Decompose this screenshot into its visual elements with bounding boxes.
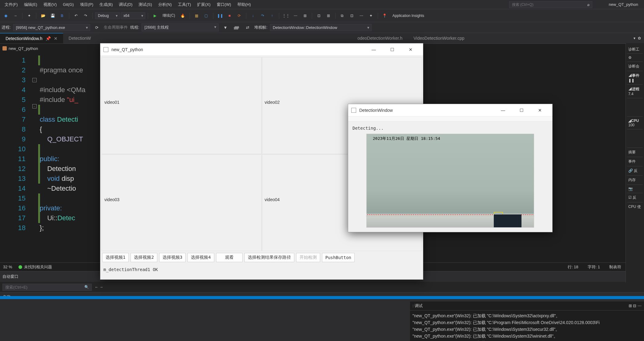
auto-search-input[interactable] [5, 285, 84, 290]
select-video-2-button[interactable]: 选择视频2 [131, 253, 157, 262]
open-file-icon[interactable]: 📂 [39, 11, 47, 20]
maximize-button[interactable]: ☐ [512, 104, 531, 116]
misc-icon-7[interactable]: ⋯ [357, 11, 366, 20]
pause-icon[interactable]: ❚❚ [216, 11, 224, 20]
close-icon[interactable]: ✕ [54, 36, 58, 41]
process-combo[interactable]: [9956] new_QT_python.exe [13, 24, 90, 31]
column-indicator[interactable]: 字符: 1 [588, 264, 600, 270]
start-detection-button[interactable]: 开始检测 [296, 253, 320, 262]
menu-view[interactable]: 视图(V) [40, 1, 60, 9]
menu-extensions[interactable]: 扩展(X) [194, 1, 213, 9]
menu-window[interactable]: 窗口(W) [214, 1, 234, 9]
tab-detectionw[interactable]: DetectionW [63, 33, 96, 43]
tab-settings-icon[interactable]: ✿ [638, 36, 641, 40]
tab-videodetectionworker-h[interactable]: odeoDetectionWorker.h [352, 33, 408, 43]
stackframe-combo[interactable]: DetectionWindow::DetectionWindow [270, 24, 372, 31]
thread-combo[interactable]: [2668] 主线程 [142, 23, 219, 31]
minimize-button[interactable]: — [494, 104, 512, 116]
tab-detectionwindow-h[interactable]: DetectionWindow.h 📌 ✕ [0, 33, 63, 43]
fold-toggle[interactable]: − [32, 78, 37, 82]
menu-git[interactable]: Git(G) [60, 1, 77, 8]
select-result-path-button[interactable]: 选择检测结果保存路径 [244, 253, 294, 262]
nav-back-icon[interactable]: ◉ [2, 11, 10, 20]
pin-icon[interactable]: 📌 [46, 36, 51, 41]
filter-icon[interactable]: ▼ [221, 23, 230, 32]
menu-test[interactable]: 测试(S) [135, 1, 155, 9]
output-tool-icon[interactable]: ⊞ ⊟ ⋯ [629, 303, 642, 308]
config-combo[interactable]: Debug [95, 12, 120, 19]
diag-events[interactable]: ◢事件 [628, 73, 639, 78]
nav-forward-icon[interactable]: → [11, 11, 20, 20]
qt-main-titlebar[interactable]: new_QT_python — ☐ ✕ [100, 43, 423, 56]
maximize-button[interactable]: ☐ [383, 43, 401, 56]
stackframe-icon[interactable]: ⇄ [243, 23, 252, 32]
menu-tools[interactable]: 工具(T) [175, 1, 194, 9]
line-indicator[interactable]: 行: 18 [568, 264, 578, 270]
search-nav-icon[interactable]: ← → [95, 285, 103, 289]
push-button[interactable]: PushButton [322, 253, 355, 262]
tab-overflow-icon[interactable]: ▾ [634, 36, 635, 40]
output-source-combo[interactable]: : 调试 [413, 303, 423, 309]
step-out-icon[interactable]: ↑ [268, 11, 276, 20]
redo-icon[interactable]: ↷ [81, 11, 90, 20]
filter-icon-2[interactable]: ᚏ [232, 23, 241, 32]
zoom-level[interactable]: 32 % [3, 265, 12, 269]
misc-icon-3[interactable]: ⊞ [301, 11, 309, 20]
stop-icon[interactable]: ■ [225, 11, 234, 20]
menu-edit[interactable]: 编辑(E) [21, 1, 40, 9]
tab-videodetectionworker-cpp[interactable]: VideoDetectionWorker.cpp [408, 33, 470, 43]
close-button[interactable]: ✕ [531, 104, 549, 116]
location-icon[interactable]: 📍 [380, 11, 389, 20]
output-text[interactable]: "new_QT_python.exe"(Win32): 已加载 "C:\Wind… [410, 311, 644, 341]
menu-help[interactable]: 帮助(H) [234, 1, 254, 9]
misc-icon-8[interactable]: ✦ [367, 11, 375, 20]
fold-toggle[interactable]: − [32, 104, 37, 108]
step-into-icon[interactable]: ↓ [249, 11, 257, 20]
diag-summary[interactable]: 摘要 [627, 148, 643, 157]
menu-file[interactable]: 文件(F) [2, 1, 21, 9]
issues-status[interactable]: 未找到相关问题 [18, 264, 52, 270]
misc-icon-2[interactable]: ⋯ [291, 11, 300, 20]
misc-icon-4[interactable]: ⊡ [315, 11, 323, 20]
save-icon[interactable]: 💾 [48, 11, 57, 20]
menu-build[interactable]: 生成(B) [96, 1, 116, 9]
lifecycle-icon[interactable]: ⟳ [93, 23, 101, 32]
diag-process[interactable]: ◢进程 [628, 87, 639, 91]
qt-det-titlebar[interactable]: DetectionWindow — ☐ ✕ [348, 104, 552, 116]
menu-debug[interactable]: 调试(D) [116, 1, 135, 9]
misc-icon-6[interactable]: ⊡ [348, 11, 356, 20]
continue-icon[interactable]: ▶ [151, 11, 159, 20]
global-search-input[interactable] [512, 2, 587, 7]
breadcrumb-item[interactable]: new_QT_python [2, 46, 38, 51]
step-over-icon[interactable]: ↷ [258, 11, 267, 20]
qt-detection-window[interactable]: DetectionWindow — ☐ ✕ Detecting... 2023年… [348, 104, 553, 232]
platform-combo[interactable]: x64 [121, 12, 145, 19]
select-video-3-button[interactable]: 选择视频3 [159, 253, 186, 262]
minimize-button[interactable]: — [364, 43, 383, 56]
appinsights-button[interactable]: Application Insights [390, 14, 427, 18]
menu-project[interactable]: 项目(P) [77, 1, 96, 9]
misc-icon-5[interactable]: ⊞ [324, 11, 333, 20]
indent-indicator[interactable]: 制表符 [609, 264, 621, 270]
link-icon[interactable]: 🔗 [628, 168, 633, 173]
save-all-icon[interactable]: 🗎 [58, 11, 66, 20]
new-item-icon[interactable]: ✦ [25, 11, 34, 20]
check-icon[interactable]: ☑ [628, 195, 632, 200]
diag-cpu[interactable]: ◢CPU [628, 119, 639, 123]
tool-icon-1[interactable]: ▦ [192, 11, 201, 20]
gear-icon[interactable]: ⚙ [628, 55, 632, 60]
view-button[interactable]: 观看 [216, 253, 243, 262]
tool-icon-2[interactable]: ▢ [202, 11, 211, 20]
select-video-4-button[interactable]: 选择视频4 [187, 253, 214, 262]
diag-cpuuse[interactable]: CPU 使 [627, 202, 643, 211]
bookmark-icon[interactable]: ⧉ [338, 11, 347, 20]
undo-icon[interactable]: ↶ [72, 11, 80, 20]
auto-search-box[interactable]: 🔍 [2, 284, 92, 291]
camera-icon[interactable]: 📷 [628, 187, 633, 191]
hot-reload-icon[interactable]: 🔥 [179, 11, 187, 20]
diag-events2[interactable]: 事件 [627, 157, 643, 166]
select-video-1-button[interactable]: 选择视频1 [102, 253, 129, 262]
close-button[interactable]: ✕ [401, 43, 420, 56]
global-search-box[interactable]: ⌕ [509, 1, 592, 8]
menu-analyze[interactable]: 分析(N) [155, 1, 175, 9]
